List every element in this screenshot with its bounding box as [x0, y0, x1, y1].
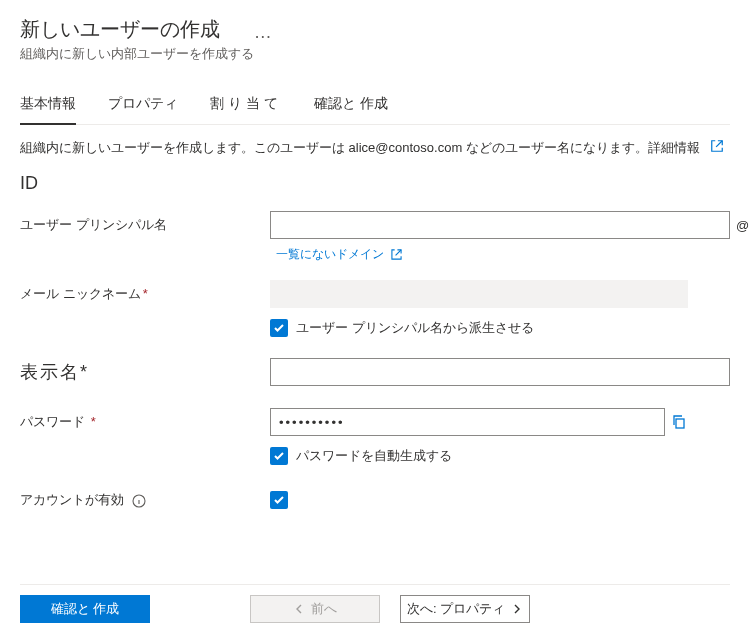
description-text: 組織内に新しいユーザーを作成します。このユーザーは alice@contoso.… [20, 139, 730, 157]
external-link-icon[interactable] [710, 139, 724, 153]
footer-bar: 確認と 作成 前へ 次へ: プロパティ [20, 584, 730, 623]
page-subtitle: 組織内に新しい内部ユーザーを作成する [20, 45, 730, 63]
display-name-input[interactable] [270, 358, 730, 386]
domain-not-listed-link[interactable]: 一覧にないドメイン [276, 247, 402, 261]
copy-password-icon[interactable] [671, 414, 687, 430]
review-create-button[interactable]: 確認と 作成 [20, 595, 150, 623]
mail-nickname-readonly [270, 280, 688, 308]
section-id-title: ID [20, 173, 730, 194]
derive-from-upn-label: ユーザー プリンシパル名から派生させる [296, 319, 534, 337]
upn-local-input[interactable] [270, 211, 730, 239]
password-input[interactable]: •••••••••• [270, 408, 665, 436]
display-name-label: 表示名* [20, 360, 270, 384]
tab-review[interactable]: 確認と 作成 [314, 87, 388, 124]
tab-assignment[interactable]: 割り当て [210, 87, 282, 124]
auto-generate-password-label: パスワードを自動生成する [296, 447, 452, 465]
at-symbol: @ [736, 218, 749, 233]
tab-properties[interactable]: プロパティ [108, 87, 178, 124]
chevron-left-icon [293, 603, 305, 615]
password-label: パスワード * [20, 413, 270, 431]
svg-rect-1 [676, 419, 684, 428]
auto-generate-password-checkbox[interactable] [270, 447, 288, 465]
derive-from-upn-checkbox[interactable] [270, 319, 288, 337]
external-link-icon [391, 249, 402, 260]
tab-bar: 基本情報 プロパティ 割り当て 確認と 作成 [20, 87, 730, 125]
more-menu[interactable]: … [254, 22, 274, 43]
account-enabled-checkbox[interactable] [270, 491, 288, 509]
next-button[interactable]: 次へ: プロパティ [400, 595, 530, 623]
page-title: 新しいユーザーの作成 [20, 16, 220, 43]
upn-label: ユーザー プリンシパル名 [20, 216, 270, 234]
previous-button: 前へ [250, 595, 380, 623]
info-icon[interactable] [132, 494, 146, 508]
account-enabled-label: アカウントが有効 [20, 491, 270, 509]
description-content: 組織内に新しいユーザーを作成します。このユーザーは alice@contoso.… [20, 140, 700, 155]
mail-nickname-label: メール ニックネーム* [20, 285, 270, 303]
domain-not-listed-text: 一覧にないドメイン [276, 247, 384, 261]
tab-basic[interactable]: 基本情報 [20, 87, 76, 125]
chevron-right-icon [511, 603, 523, 615]
